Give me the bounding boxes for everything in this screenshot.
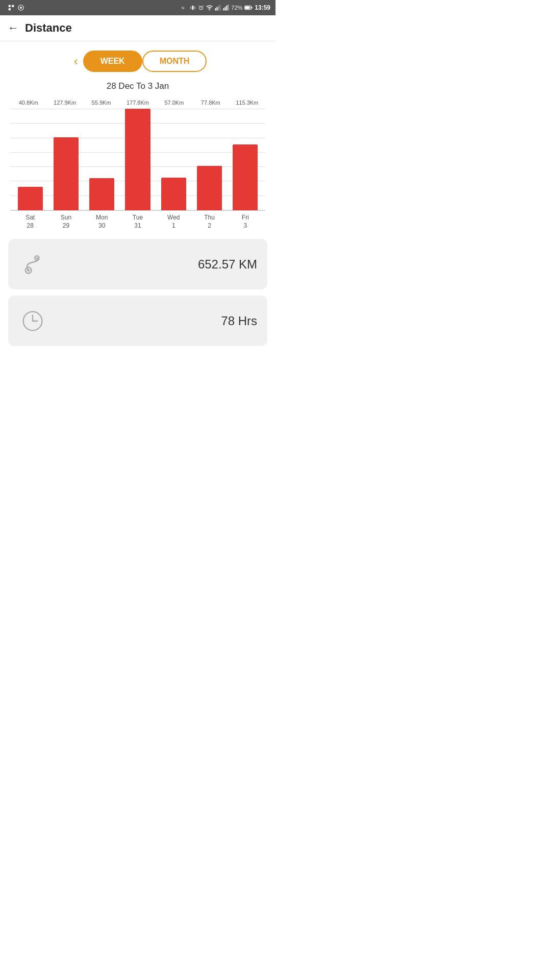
svg-rect-16 — [217, 7, 218, 11]
bar-col — [120, 109, 156, 210]
bar-col — [48, 109, 84, 210]
period-selector: ‹ WEEK MONTH — [0, 41, 276, 77]
status-time: 13:59 — [255, 4, 270, 11]
battery-percentage: 72% — [231, 5, 242, 11]
status-bar: N R 72% 13:59 — [0, 0, 276, 15]
bar-value-label: 40.8Km — [10, 100, 46, 106]
svg-point-14 — [209, 10, 210, 11]
bar — [233, 144, 258, 210]
svg-rect-1 — [12, 5, 14, 7]
route-icon — [18, 250, 46, 278]
prev-period-button[interactable]: ‹ — [69, 55, 83, 67]
bar — [89, 178, 114, 210]
chart-section: 40.8Km127.9Km55.9Km177.8Km57.0Km77.8Km11… — [0, 100, 276, 230]
bar — [54, 137, 79, 210]
svg-rect-18 — [220, 5, 221, 11]
bars-wrapper — [10, 109, 265, 210]
bar — [18, 187, 43, 210]
total-distance-value: 652.57 KM — [198, 257, 257, 272]
bar — [125, 109, 150, 210]
day-label: Mon30 — [84, 214, 120, 230]
month-tab[interactable]: MONTH — [142, 51, 207, 72]
bar-value-label: 55.9Km — [83, 100, 119, 106]
distance-card: 652.57 KM — [8, 239, 267, 289]
day-label: Sat28 — [12, 214, 48, 230]
bar-col — [228, 109, 263, 210]
svg-rect-25 — [252, 7, 253, 9]
bar-value-labels: 40.8Km127.9Km55.9Km177.8Km57.0Km77.8Km11… — [10, 100, 265, 106]
duration-card: 78 Hrs — [8, 296, 267, 346]
day-label: Thu2 — [191, 214, 227, 230]
bar-col — [156, 109, 191, 210]
day-label: Sun29 — [48, 214, 84, 230]
svg-rect-20 — [225, 7, 226, 11]
date-range-label: 28 Dec To 3 Jan — [0, 81, 276, 91]
back-button[interactable]: ← — [8, 22, 19, 34]
bar-chart — [10, 109, 265, 211]
bar-value-label: 57.0Km — [156, 100, 192, 106]
day-label: Tue31 — [120, 214, 156, 230]
svg-rect-2 — [9, 8, 11, 10]
page-title: Distance — [25, 21, 72, 35]
svg-rect-22 — [228, 5, 229, 11]
day-label: Fri3 — [228, 214, 263, 230]
svg-line-12 — [198, 6, 199, 7]
bar-value-label: 77.8Km — [192, 100, 229, 106]
bar-value-label: 177.8Km — [119, 100, 156, 106]
svg-rect-19 — [223, 8, 224, 11]
svg-rect-8 — [195, 7, 195, 9]
week-tab[interactable]: WEEK — [83, 51, 142, 72]
day-labels: Sat28Sun29Mon30Tue31Wed1Thu2Fri3 — [10, 211, 265, 230]
svg-rect-7 — [191, 7, 191, 9]
total-duration-value: 78 Hrs — [221, 314, 257, 328]
svg-rect-6 — [192, 6, 194, 10]
status-bar-right-icons: N R 72% 13:59 — [181, 4, 270, 11]
bar-value-label: 127.9Km — [46, 100, 83, 106]
summary-cards: 652.57 KM 78 Hrs — [0, 230, 276, 346]
bar-col — [84, 109, 120, 210]
bar — [161, 178, 186, 210]
svg-point-4 — [20, 7, 22, 9]
svg-line-13 — [203, 6, 204, 7]
bar-col — [12, 109, 48, 210]
bar-col — [191, 109, 227, 210]
bar — [197, 166, 222, 210]
status-bar-left-icons — [8, 4, 24, 11]
svg-text:N: N — [182, 6, 184, 10]
svg-rect-15 — [215, 8, 216, 11]
day-label: Wed1 — [156, 214, 191, 230]
bar-value-label: 115.3Km — [229, 100, 265, 106]
header: ← Distance — [0, 15, 276, 41]
svg-rect-0 — [9, 5, 11, 7]
clock-icon — [18, 307, 46, 335]
svg-rect-17 — [218, 6, 219, 11]
